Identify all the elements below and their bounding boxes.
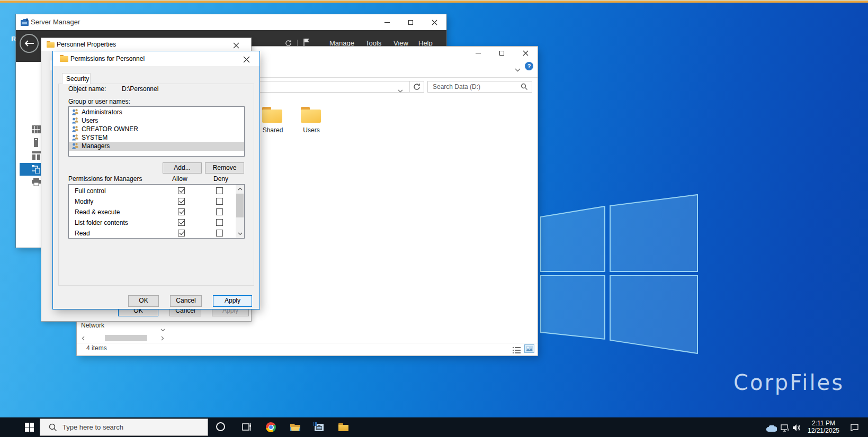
properties-titlebar: Personnel Properties	[41, 38, 251, 51]
stray-letter: R	[11, 35, 16, 43]
desktop: CorpFiles R Server Manager	[0, 0, 868, 437]
search-icon[interactable]	[521, 83, 528, 93]
deny-checkbox[interactable]	[216, 187, 223, 194]
list-item[interactable]: Administrators	[69, 108, 244, 116]
list-item[interactable]: SYSTEM	[69, 133, 244, 142]
library-folder-icon[interactable]	[338, 423, 348, 431]
maximize-icon[interactable]	[490, 47, 514, 59]
sidebar-item-printers[interactable]	[32, 178, 41, 188]
deny-checkbox[interactable]	[216, 198, 223, 205]
ok-button[interactable]: OK	[128, 295, 159, 307]
deny-column-label: Deny	[213, 175, 228, 183]
deny-checkbox[interactable]	[216, 208, 223, 215]
scroll-up-icon[interactable]	[236, 185, 244, 193]
properties-tabpage-edge	[50, 70, 50, 303]
close-icon[interactable]	[243, 56, 250, 65]
permission-row: Full control	[69, 186, 244, 196]
menu-manage[interactable]: Manage	[329, 39, 354, 47]
watermark: CorpFiles	[733, 370, 844, 395]
close-icon[interactable]	[514, 47, 538, 59]
cancel-button[interactable]: Cancel	[170, 295, 202, 307]
scrollbar-thumb[interactable]	[236, 194, 244, 217]
remove-button[interactable]: Remove	[205, 162, 244, 174]
menu-view[interactable]: View	[393, 39, 408, 47]
apply-button[interactable]: Apply	[213, 295, 252, 307]
menu-help[interactable]: Help	[418, 39, 433, 47]
minimize-icon[interactable]	[375, 14, 399, 30]
permissions-dialog: Permissions for Personnel Security Objec…	[53, 51, 259, 309]
allow-checkbox[interactable]	[178, 198, 185, 205]
status-text: 4 items	[86, 344, 107, 352]
permissions-titlebar: Permissions for Personnel	[53, 51, 259, 66]
nav-scrollbar-down-icon[interactable]	[159, 326, 167, 334]
ribbon-expand-icon[interactable]	[515, 65, 521, 74]
deny-checkbox[interactable]	[216, 230, 223, 236]
taskbar-search[interactable]: Type here to search	[40, 418, 208, 436]
server-manager-window-controls	[375, 14, 446, 30]
allow-checkbox[interactable]	[178, 187, 185, 194]
file-explorer-icon[interactable]	[290, 423, 301, 432]
object-name-label: Object name:	[68, 85, 106, 93]
onedrive-icon[interactable]	[766, 425, 777, 434]
tab-label: Security	[66, 75, 89, 83]
task-view-icon[interactable]	[242, 423, 252, 433]
list-item-selected[interactable]: Managers	[69, 142, 244, 151]
server-manager-title: Server Manager	[31, 14, 80, 30]
list-item[interactable]: Users	[69, 116, 244, 125]
hscrollbar-thumb[interactable]	[105, 335, 147, 341]
explorer-search-box[interactable]: Search Data (D:)	[427, 81, 532, 93]
hscrollbar-right-icon[interactable]	[159, 334, 166, 342]
statusbar-divider	[77, 343, 538, 343]
close-icon[interactable]	[233, 41, 239, 51]
address-dropdown-icon[interactable]	[398, 85, 403, 95]
clock-date: 12/21/2025	[805, 427, 842, 434]
folder-icon	[47, 41, 55, 48]
hscrollbar-left-icon[interactable]	[79, 334, 87, 342]
top-strip	[0, 0, 868, 3]
permissions-for-label: Permissions for Managers	[68, 175, 142, 183]
permission-row: Read	[69, 228, 244, 239]
group-names-label: Group or user names:	[68, 98, 130, 105]
list-item[interactable]: CREATOR OWNER	[69, 125, 244, 133]
sidebar-item-all-servers[interactable]	[32, 151, 41, 162]
add-button[interactable]: Add...	[163, 162, 202, 174]
close-icon[interactable]	[423, 14, 446, 30]
allow-checkbox[interactable]	[178, 230, 185, 236]
refresh-icon[interactable]	[413, 83, 420, 93]
back-button[interactable]	[20, 34, 39, 53]
folder-label-users[interactable]: Users	[290, 126, 333, 134]
minimize-icon[interactable]	[466, 47, 490, 59]
network-icon[interactable]	[781, 424, 790, 434]
help-icon[interactable]: ?	[525, 62, 533, 70]
start-button[interactable]	[25, 423, 34, 432]
sidebar-item-local-server[interactable]	[34, 138, 38, 149]
cortana-icon[interactable]	[216, 422, 225, 431]
tab-security[interactable]: Security	[62, 73, 91, 84]
permissions-list[interactable]: Full control Modify Read & execute List …	[68, 184, 245, 239]
folder-icon-shared[interactable]	[262, 107, 282, 123]
search-icon	[49, 423, 57, 434]
action-center-icon[interactable]	[850, 424, 859, 433]
taskbar: Type here to search 2:11 PM 12/21/2025	[0, 417, 868, 437]
deny-checkbox[interactable]	[216, 219, 223, 226]
taskbar-search-placeholder: Type here to search	[62, 419, 123, 435]
allow-checkbox[interactable]	[178, 208, 185, 215]
volume-icon[interactable]	[792, 424, 802, 434]
folder-icon-users[interactable]	[301, 107, 321, 123]
explorer-window-controls	[466, 47, 538, 59]
view-details-icon[interactable]	[513, 346, 521, 356]
sidebar-item-file-storage-selected[interactable]	[20, 163, 41, 176]
taskbar-clock[interactable]: 2:11 PM 12/21/2025	[805, 420, 842, 434]
sidebar-item-dashboard[interactable]	[32, 125, 41, 135]
view-thumbnails-icon[interactable]	[524, 344, 534, 353]
nav-item-network[interactable]: Network	[81, 322, 104, 329]
chrome-icon[interactable]	[266, 422, 276, 432]
server-manager-taskbar-icon[interactable]	[314, 422, 325, 432]
menu-tools[interactable]: Tools	[365, 39, 381, 47]
allow-checkbox[interactable]	[178, 219, 185, 226]
scroll-down-icon[interactable]	[236, 230, 244, 238]
permissions-scrollbar[interactable]	[236, 185, 244, 238]
maximize-icon[interactable]	[399, 14, 423, 30]
group-list[interactable]: Administrators Users CREATOR OWNER SYSTE…	[68, 106, 245, 157]
search-placeholder: Search Data (D:)	[433, 81, 480, 92]
